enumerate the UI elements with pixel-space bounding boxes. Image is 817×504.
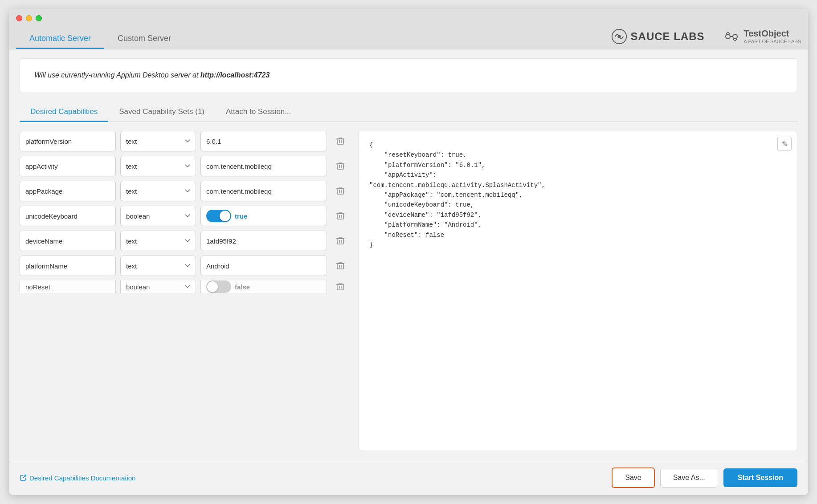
cap-type-select[interactable]: textbooleannumberobjectlist (120, 156, 196, 176)
cap-toggle-wrapper: false (200, 280, 327, 293)
cap-type-select[interactable]: textbooleannumberobjectlist (120, 131, 196, 151)
edit-json-button[interactable]: ✎ (777, 137, 792, 151)
testobject-logo: TestObject A PART OF SAUCE LABS (723, 28, 801, 45)
docs-link-text: Desired Capabilities Documentation (29, 474, 135, 482)
cap-type-select[interactable]: textbooleannumberobjectlist (120, 280, 196, 293)
tab-desired-capabilities[interactable]: Desired Capabilities (20, 103, 108, 122)
cap-toggle[interactable]: true (206, 210, 247, 222)
cap-value-input[interactable] (200, 156, 327, 176)
svg-rect-5 (337, 164, 343, 169)
cap-name-input[interactable] (20, 131, 116, 151)
capability-row: textbooleannumberobjectlistfalse (20, 280, 349, 293)
svg-rect-8 (337, 239, 343, 244)
capability-row: textbooleannumberobjectlist (20, 181, 349, 201)
toggle-label: true (235, 212, 247, 220)
cap-type-select[interactable]: textbooleannumberobjectlist (120, 181, 196, 201)
cap-value-input[interactable] (200, 256, 327, 276)
tab-attach-to-session[interactable]: Attach to Session... (215, 103, 302, 122)
trash-icon (336, 187, 345, 195)
svg-rect-7 (337, 214, 343, 219)
capability-row: textbooleannumberobjectlist (20, 231, 349, 251)
json-content: { "resetKeyboard": true, "platformVersio… (369, 140, 786, 250)
toggle-thumb (207, 281, 218, 292)
cap-delete-button[interactable] (331, 182, 349, 200)
cap-name-input[interactable] (20, 156, 116, 176)
capability-row: textbooleannumberobjectlist (20, 156, 349, 176)
capability-row: textbooleannumberobjectlist (20, 131, 349, 151)
title-bar: Automatic Server Custom Server SAUCE LAB… (9, 9, 808, 49)
tab-automatic-server[interactable]: Automatic Server (16, 29, 104, 49)
svg-point-2 (726, 34, 730, 39)
trash-icon (336, 261, 345, 270)
trash-icon (336, 162, 345, 171)
svg-rect-6 (337, 189, 343, 194)
cap-delete-button[interactable] (331, 157, 349, 175)
main-content: Will use currently-running Appium Deskto… (9, 49, 808, 460)
footer-buttons: Save Save As... Start Session (612, 467, 797, 488)
close-button[interactable] (16, 15, 22, 21)
toggle-thumb (220, 211, 230, 221)
testobject-text-group: TestObject A PART OF SAUCE LABS (744, 28, 801, 45)
saucelabs-icon (611, 28, 627, 45)
capabilities-rows: textbooleannumberobjectlisttextbooleannu… (20, 131, 349, 451)
traffic-lights (16, 15, 801, 21)
cap-delete-button[interactable] (331, 232, 349, 250)
logo-area: SAUCE LABS TestObject A PART OF SAUCE LA… (611, 28, 801, 49)
cap-value-input[interactable] (200, 181, 327, 201)
svg-rect-4 (337, 139, 343, 144)
info-text: Will use currently-running Appium Deskto… (34, 71, 200, 79)
cap-delete-button[interactable] (331, 257, 349, 275)
maximize-button[interactable] (36, 15, 42, 21)
testobject-name: TestObject (744, 28, 801, 39)
json-panel: ✎ { "resetKeyboard": true, "platformVers… (358, 131, 797, 451)
link-icon (20, 474, 27, 481)
info-url: http://localhost:4723 (200, 71, 270, 79)
cap-type-select[interactable]: textbooleannumberobjectlist (120, 231, 196, 251)
trash-icon (336, 236, 345, 245)
server-tab-bar: Automatic Server Custom Server SAUCE LAB… (16, 28, 801, 49)
cap-name-input[interactable] (20, 231, 116, 251)
minimize-button[interactable] (26, 15, 32, 21)
toggle-track (206, 280, 231, 293)
start-session-button[interactable]: Start Session (723, 468, 797, 487)
tab-custom-server[interactable]: Custom Server (104, 29, 184, 49)
testobject-icon (723, 28, 740, 45)
save-button[interactable]: Save (612, 467, 654, 488)
caps-tab-bar: Desired Capabilities Saved Capability Se… (20, 103, 797, 122)
trash-icon (336, 211, 345, 220)
capabilities-area: textbooleannumberobjectlisttextbooleannu… (20, 131, 797, 451)
app-window: Automatic Server Custom Server SAUCE LAB… (9, 9, 808, 495)
tab-saved-capability-sets[interactable]: Saved Capability Sets (1) (108, 103, 215, 122)
cap-type-select[interactable]: textbooleannumberobjectlist (120, 256, 196, 276)
cap-delete-button[interactable] (331, 207, 349, 225)
footer: Desired Capabilities Documentation Save … (9, 460, 808, 495)
toggle-label: false (235, 283, 250, 291)
cap-toggle-wrapper: true (200, 206, 327, 226)
capability-row: textbooleannumberobjectlist (20, 256, 349, 276)
cap-value-input[interactable] (200, 131, 327, 151)
cap-name-input[interactable] (20, 280, 116, 293)
server-info-box: Will use currently-running Appium Deskto… (20, 58, 797, 92)
trash-icon (336, 282, 345, 291)
svg-point-3 (733, 34, 737, 39)
cap-name-input[interactable] (20, 181, 116, 201)
saucelabs-logo: SAUCE LABS (611, 28, 705, 45)
capability-row: textbooleannumberobjectlisttrue (20, 206, 349, 226)
trash-icon (336, 137, 345, 146)
cap-delete-button[interactable] (331, 132, 349, 150)
cap-name-input[interactable] (20, 256, 116, 276)
svg-point-1 (617, 35, 621, 38)
testobject-sub: A PART OF SAUCE LABS (744, 39, 801, 45)
cap-type-select[interactable]: textbooleannumberobjectlist (120, 206, 196, 226)
cap-delete-button[interactable] (331, 280, 349, 293)
saucelabs-text: SAUCE LABS (631, 30, 705, 43)
toggle-track (206, 210, 231, 222)
svg-rect-9 (337, 264, 343, 269)
cap-name-input[interactable] (20, 206, 116, 226)
docs-link[interactable]: Desired Capabilities Documentation (20, 474, 135, 482)
svg-rect-10 (337, 285, 343, 290)
cap-value-input[interactable] (200, 231, 327, 251)
save-as-button[interactable]: Save As... (660, 468, 718, 488)
cap-toggle[interactable]: false (206, 280, 250, 293)
